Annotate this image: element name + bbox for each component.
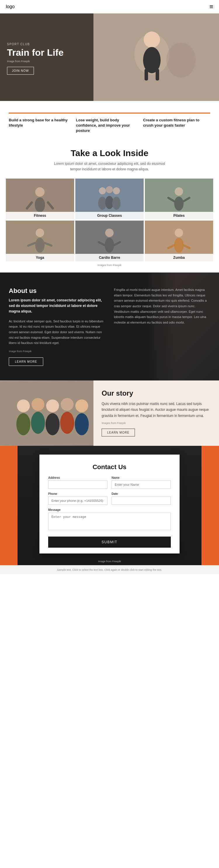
address-input[interactable] <box>48 480 107 489</box>
gallery-cell-cardio[interactable]: Cardio Barre <box>75 221 144 261</box>
hero-image-credit: Image from Freepik <box>7 60 86 63</box>
svg-point-7 <box>35 187 45 197</box>
svg-rect-6 <box>156 69 159 81</box>
about-section: About us Lorem ipsum dolor sit amet, con… <box>0 273 219 380</box>
date-field: Date <box>112 492 171 505</box>
svg-line-23 <box>28 243 35 246</box>
gallery-cell-fitness[interactable]: Fitness <box>6 179 74 219</box>
hero-overlay: SPORT CLUB Train for Life Image from Fre… <box>0 13 93 101</box>
message-label: Message <box>48 508 171 512</box>
svg-point-11 <box>99 187 106 194</box>
feature-item-3: Create a custom fitness plan to crush yo… <box>143 113 210 134</box>
feature-text-1: Build a strong base for a healthy lifest… <box>9 118 70 128</box>
phone-field: Phone <box>48 492 107 505</box>
nav-hamburger[interactable]: ≡ <box>209 3 213 10</box>
svg-point-40 <box>61 398 74 411</box>
feature-item-1: Build a strong base for a healthy lifest… <box>9 113 76 134</box>
gallery-label-fitness: Fitness <box>6 212 74 219</box>
footer: Sample text. Click to select the text bo… <box>0 565 219 574</box>
address-label: Address <box>48 476 107 479</box>
svg-line-9 <box>27 203 32 208</box>
phone-label: Phone <box>48 492 107 495</box>
gallery-cell-yoga[interactable]: Yoga <box>6 221 74 261</box>
svg-point-13 <box>113 187 120 194</box>
about-image-credit: Image from Freepik <box>9 350 105 353</box>
svg-point-34 <box>17 399 30 412</box>
nav-logo: logo <box>6 4 15 9</box>
svg-point-17 <box>175 187 183 196</box>
features-section: Build a strong base for a healthy lifest… <box>0 101 219 140</box>
about-title: About us <box>9 287 105 295</box>
name-label: Name <box>112 476 171 479</box>
svg-point-21 <box>36 229 45 237</box>
svg-line-31 <box>168 245 174 248</box>
svg-line-28 <box>114 242 120 245</box>
feature-item-2: Lose weight, build body confidence, and … <box>76 113 143 134</box>
contact-image-credit: Image from Freepik <box>98 560 121 563</box>
gallery-title: Take a Look Inside <box>6 148 213 158</box>
svg-line-19 <box>168 198 174 201</box>
message-input[interactable] <box>48 513 171 530</box>
svg-point-2 <box>166 42 196 78</box>
gallery-cell-group[interactable]: Group Classes <box>75 179 144 219</box>
hero-title: Train for Life <box>7 48 86 58</box>
svg-point-26 <box>105 238 114 253</box>
join-now-button[interactable]: JOIN NOW <box>7 67 34 75</box>
story-content: Our story Quis viverra nibh cras pulvina… <box>93 380 219 446</box>
about-learn-more-button[interactable]: LEARN MORE <box>9 358 43 366</box>
story-title: Our story <box>102 389 211 397</box>
svg-point-38 <box>46 399 59 412</box>
contact-row-1: Address Name <box>48 476 171 489</box>
contact-title: Contact Us <box>48 463 171 471</box>
svg-point-18 <box>174 197 184 211</box>
contact-card: Contact Us Address Name Phone Date M <box>39 455 180 554</box>
svg-line-27 <box>99 242 105 245</box>
contact-row-3: Message <box>48 508 171 530</box>
gallery-image-credit: Images from Freepik <box>6 264 213 267</box>
svg-point-29 <box>175 229 183 237</box>
svg-point-37 <box>31 412 45 434</box>
svg-point-35 <box>16 413 30 435</box>
about-bold-text: Lorem ipsum dolor sit amet, consectetur … <box>9 298 105 314</box>
hero-sport-label: SPORT CLUB <box>7 42 86 46</box>
about-right: Fringilla ut morbi tincidunt augue inter… <box>114 287 210 366</box>
story-image-credit: Images from Freepik <box>102 422 211 425</box>
gallery-cell-pilates[interactable]: Pilates <box>145 179 213 219</box>
gallery-subtitle: Lorem ipsum dolor sit amet, consectetur … <box>51 161 168 172</box>
story-image <box>0 380 93 446</box>
about-right-text: Fringilla ut morbi tincidunt augue inter… <box>114 287 210 325</box>
navbar: logo ≡ <box>0 0 219 13</box>
submit-button[interactable]: SUBMIT <box>48 536 171 548</box>
svg-point-30 <box>174 238 184 253</box>
svg-point-3 <box>144 32 160 48</box>
svg-point-42 <box>75 399 88 412</box>
svg-point-22 <box>35 238 45 253</box>
phone-input[interactable] <box>48 497 107 505</box>
hero-section: SPORT CLUB Train for Life Image from Fre… <box>0 13 219 101</box>
gallery-label-group: Group Classes <box>75 212 144 219</box>
feature-text-3: Create a custom fitness plan to crush yo… <box>143 118 204 128</box>
gallery-label-zumba: Zumba <box>145 254 213 261</box>
contact-row-2: Phone Date <box>48 492 171 505</box>
about-body-text: Ac tincidunt vitae semper quis. Sed fauc… <box>9 319 105 346</box>
svg-line-32 <box>184 245 190 248</box>
svg-rect-33 <box>0 381 93 445</box>
about-left: About us Lorem ipsum dolor sit amet, con… <box>9 287 105 366</box>
svg-point-36 <box>31 398 45 411</box>
gallery-section: Take a Look Inside Lorem ipsum dolor sit… <box>0 140 219 273</box>
story-text: Quis viverra nibh cras pulvinar mattis n… <box>102 401 211 419</box>
contact-section: Contact Us Address Name Phone Date M <box>0 446 219 565</box>
date-input[interactable] <box>112 497 171 505</box>
name-input[interactable] <box>112 480 171 489</box>
svg-point-41 <box>60 412 74 434</box>
story-learn-more-button[interactable]: LEARN MORE <box>102 429 135 436</box>
svg-line-10 <box>48 203 53 208</box>
gallery-label-cardio: Cardio Barre <box>75 254 144 261</box>
gallery-cell-zumba[interactable]: Zumba <box>145 221 213 261</box>
date-label: Date <box>112 492 171 495</box>
footer-text: Sample text. Click to select the text bo… <box>6 568 213 571</box>
svg-point-25 <box>105 229 114 237</box>
svg-line-20 <box>184 198 190 201</box>
svg-rect-5 <box>144 69 148 81</box>
svg-point-8 <box>35 197 45 212</box>
